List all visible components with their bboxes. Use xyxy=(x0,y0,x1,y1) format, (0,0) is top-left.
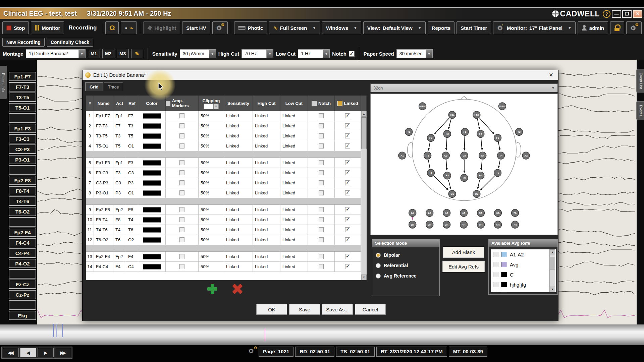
montage-row-Fp1-F3[interactable]: 5Fp1-F3Fp1F350%LinkedLinkedLinked✓ xyxy=(86,158,361,168)
cell-name[interactable]: P3-O1 xyxy=(94,188,113,198)
channel-button-Fp2-F4[interactable]: Fp2-F4 xyxy=(9,228,36,237)
amp-markers-master-checkbox[interactable] xyxy=(166,101,170,106)
radio-icon[interactable] xyxy=(376,253,381,258)
color-swatch[interactable] xyxy=(143,264,161,269)
channel-button-T4-T6[interactable]: T4-T6 xyxy=(9,196,36,206)
avg-ref-item-C'[interactable]: C' xyxy=(491,269,556,280)
stop-button[interactable]: Stop xyxy=(2,21,29,34)
amp-markers-checkbox[interactable] xyxy=(179,217,184,222)
electrode-A1/Pg1[interactable]: A1/Pg1 xyxy=(419,103,426,110)
table-scrollbar[interactable]: ▲ ▼ xyxy=(361,111,367,280)
electrode-6A[interactable]: 6A xyxy=(494,209,502,217)
tab-patient-info[interactable]: Patient Info xyxy=(0,66,7,99)
electrode-Cz[interactable]: Cz xyxy=(461,152,468,159)
cell-ref[interactable]: T5 xyxy=(126,131,138,141)
cell-linked[interactable]: ✓ xyxy=(335,158,361,168)
electrode-5A[interactable]: 5A xyxy=(477,209,485,217)
minimize-button[interactable]: — xyxy=(612,10,621,18)
cell-clipping[interactable]: 50% xyxy=(199,158,224,168)
cell-sensitivity[interactable]: Linked xyxy=(224,225,253,235)
cell-clipping[interactable]: 50% xyxy=(199,205,224,215)
cell-act[interactable]: T4 xyxy=(113,225,126,235)
cell-high-cut[interactable]: Linked xyxy=(253,215,280,225)
channel-button-Cz-Pz[interactable]: Cz-Pz xyxy=(9,290,36,299)
cell-notch[interactable] xyxy=(308,225,335,235)
linked-checkbox[interactable]: ✓ xyxy=(345,113,350,118)
avg-ref-item[interactable] xyxy=(491,290,556,292)
channel-button-T3-T5[interactable]: T3-T5 xyxy=(9,93,36,102)
color-swatch[interactable] xyxy=(143,207,161,213)
linked-checkbox[interactable]: ✓ xyxy=(345,160,350,165)
channel-button-T6-O2[interactable]: T6-O2 xyxy=(9,207,36,216)
cell-act[interactable]: F7 xyxy=(113,121,126,131)
cell-low-cut[interactable]: Linked xyxy=(280,111,308,121)
cell-low-cut[interactable]: Linked xyxy=(280,215,308,225)
cell-color[interactable] xyxy=(138,131,166,141)
amp-markers-checkbox[interactable] xyxy=(179,143,184,148)
cell-act[interactable]: P3 xyxy=(113,188,126,198)
channel-button-Fz-Cz[interactable]: Fz-Cz xyxy=(9,280,36,289)
linked-checkbox[interactable]: ✓ xyxy=(345,254,350,259)
electrode-T1[interactable]: T1 xyxy=(405,128,413,136)
cell-ref[interactable]: O1 xyxy=(126,188,138,198)
cell-clipping[interactable]: 50% xyxy=(199,225,224,235)
photic-button[interactable]: Photic xyxy=(234,21,267,34)
montage-row-Fp2-F8[interactable]: 9Fp2-F8Fp2F850%LinkedLinkedLinked✓ xyxy=(86,205,361,215)
cell-low-cut[interactable]: Linked xyxy=(280,131,308,141)
channel-button-F4-C4[interactable]: F4-C4 xyxy=(9,238,36,247)
user-button[interactable]: admin xyxy=(578,21,608,34)
amp-markers-checkbox[interactable] xyxy=(179,190,184,195)
electrode-F8[interactable]: F8 xyxy=(494,134,501,141)
cell-sensitivity[interactable]: Linked xyxy=(224,158,253,168)
scrollbar-thumb[interactable] xyxy=(361,117,367,149)
cancel-button[interactable]: Cancel xyxy=(355,304,386,315)
cell-sensitivity[interactable]: Linked xyxy=(224,131,253,141)
linked-checkbox[interactable]: ✓ xyxy=(345,190,350,195)
cell-amp-markers[interactable] xyxy=(166,215,199,225)
amp-markers-checkbox[interactable] xyxy=(179,264,184,269)
cell-ref[interactable]: O1 xyxy=(126,141,138,151)
cell-notch[interactable] xyxy=(308,111,335,121)
cell-name[interactable]: C3-P3 xyxy=(94,178,113,188)
electrode-A2[interactable]: A2 xyxy=(522,152,530,159)
cell-notch[interactable] xyxy=(308,178,335,188)
cell-low-cut[interactable]: Linked xyxy=(280,141,308,151)
channel-button-blank[interactable] xyxy=(9,217,36,227)
channel-button-blank[interactable] xyxy=(9,300,36,310)
linked-checkbox[interactable]: ✓ xyxy=(345,143,350,148)
cell-high-cut[interactable]: Linked xyxy=(253,111,280,121)
paper-speed-select[interactable]: 30 mm/sec ▼ xyxy=(396,49,433,58)
cell-color[interactable] xyxy=(138,158,166,168)
cell-sensitivity[interactable]: Linked xyxy=(224,111,253,121)
cell-name[interactable]: T3-T5 xyxy=(94,131,113,141)
cell-linked[interactable]: ✓ xyxy=(335,205,361,215)
event-marker-button[interactable]: ● ⌁ xyxy=(121,21,137,34)
cell-color[interactable] xyxy=(138,262,166,272)
cell-notch[interactable] xyxy=(308,252,335,261)
montage-row-T5-O1[interactable]: 4T5-O1T5O150%LinkedLinkedLinked✓ xyxy=(86,141,361,151)
cell-amp-markers[interactable] xyxy=(166,262,199,272)
electrode-P4[interactable]: P4 xyxy=(477,172,484,179)
color-swatch[interactable] xyxy=(143,133,161,139)
notch-checkbox[interactable] xyxy=(319,264,324,269)
cell-clipping[interactable]: 50% xyxy=(199,262,224,272)
cell-act[interactable]: Fp2 xyxy=(113,205,126,215)
cell-color[interactable] xyxy=(138,235,166,245)
cell-clipping[interactable]: 50% xyxy=(199,252,224,261)
delete-channel-button[interactable] xyxy=(232,284,243,294)
color-swatch[interactable] xyxy=(143,180,161,186)
montage-row-T4-T6[interactable]: 11T4-T6T4T650%LinkedLinkedLinked✓ xyxy=(86,225,361,235)
cell-ref[interactable]: O2 xyxy=(126,235,138,245)
continuity-check-button[interactable]: Continuity Check xyxy=(47,38,93,47)
cell-linked[interactable]: ✓ xyxy=(335,252,361,261)
add-channel-button[interactable] xyxy=(207,284,217,294)
cell-color[interactable] xyxy=(138,215,166,225)
rewind-button[interactable]: ◀◀ xyxy=(3,348,19,357)
linked-checkbox[interactable]: ✓ xyxy=(345,264,350,269)
montage-row-P3-O1[interactable]: 8P3-O1P3O150%LinkedLinkedLinked✓ xyxy=(86,188,361,198)
start-timer-button[interactable]: Start Timer xyxy=(457,21,491,34)
amp-markers-checkbox[interactable] xyxy=(179,207,184,212)
notch-checkbox[interactable] xyxy=(319,207,324,212)
cell-ref[interactable]: T3 xyxy=(126,121,138,131)
electrode-A1[interactable]: A1 xyxy=(398,152,406,159)
